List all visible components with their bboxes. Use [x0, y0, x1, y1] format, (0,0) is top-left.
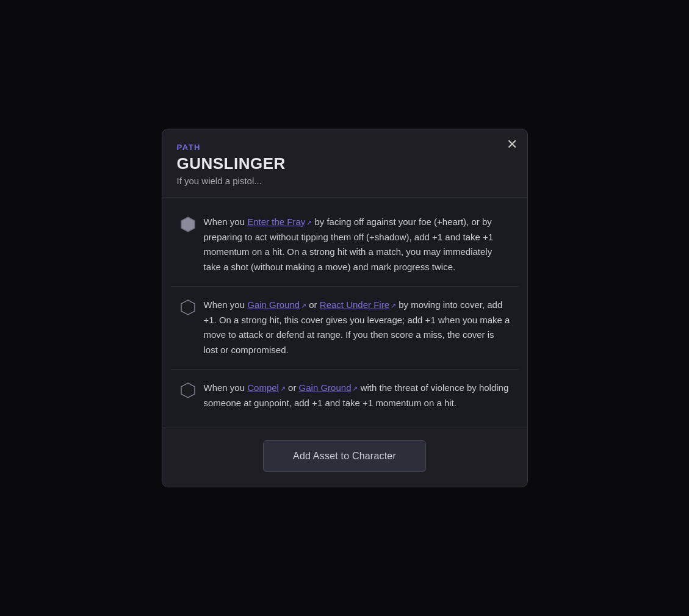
- ability-item: When you Enter the Fray↗ by facing off a…: [171, 204, 519, 287]
- compel-link[interactable]: Compel↗: [247, 382, 286, 393]
- ability-hex-icon-2: [179, 299, 197, 316]
- close-button[interactable]: ✕: [507, 138, 518, 151]
- path-label: PATH: [177, 143, 513, 152]
- external-link-icon: ↗: [352, 383, 358, 394]
- svg-marker-0: [181, 217, 195, 232]
- enter-the-fray-link[interactable]: Enter the Fray↗: [247, 217, 312, 227]
- modal-footer: Add Asset to Character: [162, 428, 527, 487]
- asset-modal: ✕ PATH GUNSLINGER If you wield a pistol.…: [162, 129, 528, 488]
- external-link-icon: ↗: [306, 217, 312, 228]
- external-link-icon: ↗: [280, 383, 286, 394]
- ability-item: When you Compel↗ or Gain Ground↗ with th…: [171, 370, 519, 422]
- svg-marker-2: [181, 383, 195, 398]
- ability-text-2: When you Gain Ground↗ or React Under Fir…: [204, 298, 510, 358]
- svg-marker-1: [181, 300, 195, 315]
- add-asset-button[interactable]: Add Asset to Character: [263, 440, 426, 472]
- modal-header: PATH GUNSLINGER If you wield a pistol...: [162, 129, 527, 198]
- external-link-icon: ↗: [301, 300, 306, 311]
- abilities-list: When you Enter the Fray↗ by facing off a…: [162, 198, 527, 428]
- asset-subtitle: If you wield a pistol...: [177, 176, 513, 186]
- external-link-icon: ↗: [391, 300, 396, 311]
- ability-hex-icon-1: [179, 216, 197, 233]
- react-under-fire-link[interactable]: React Under Fire↗: [320, 299, 396, 310]
- gain-ground-link-1[interactable]: Gain Ground↗: [247, 299, 306, 310]
- asset-title: GUNSLINGER: [177, 154, 513, 173]
- ability-text-1: When you Enter the Fray↗ by facing off a…: [204, 215, 510, 275]
- ability-item: When you Gain Ground↗ or React Under Fir…: [171, 287, 519, 370]
- ability-hex-icon-3: [179, 382, 197, 399]
- gain-ground-link-2[interactable]: Gain Ground↗: [299, 382, 358, 393]
- ability-text-3: When you Compel↗ or Gain Ground↗ with th…: [204, 381, 510, 411]
